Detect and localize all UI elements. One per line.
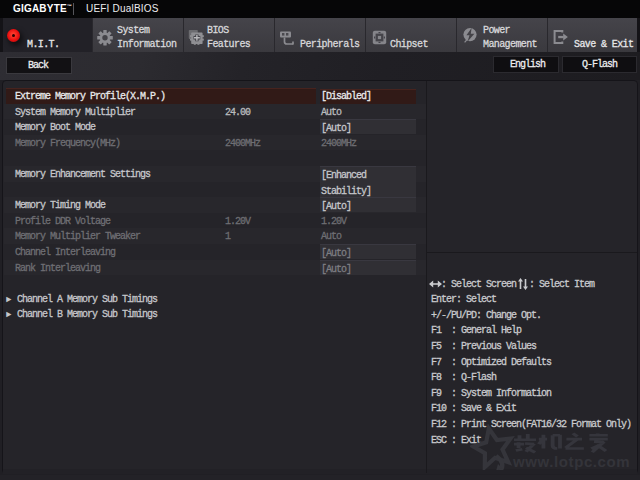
svg-text:www.lotpc.com: www.lotpc.com [512, 453, 630, 470]
